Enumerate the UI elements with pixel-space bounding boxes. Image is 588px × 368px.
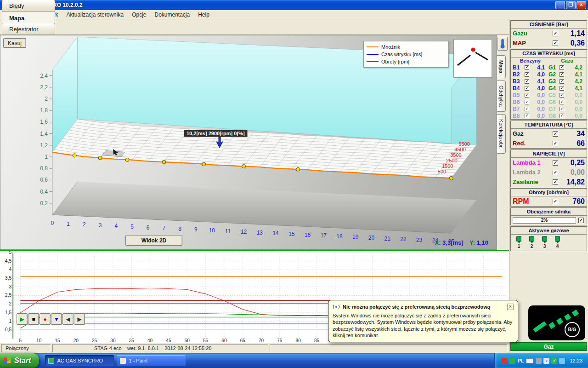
recorder-stop-button[interactable]: ■ — [28, 313, 39, 325]
benzyna-gaz-switch-button[interactable]: B/G — [565, 322, 580, 337]
pressure-map-checkbox[interactable]: ✓ — [553, 40, 558, 46]
task-label: AC GAS SYNCHRO — [57, 358, 103, 363]
gas-injector-label: G2 — [548, 71, 559, 78]
menu-help[interactable]: Help — [194, 11, 214, 19]
kasuj-button[interactable]: Kasuj — [3, 38, 26, 48]
petrol-injection-time: 0,0 — [530, 113, 545, 119]
injection-b4-checkbox[interactable]: ✓ — [525, 86, 529, 91]
injector-icon — [555, 236, 560, 242]
svg-text:8: 8 — [178, 226, 181, 232]
injection-g7-checkbox[interactable]: ✓ — [560, 107, 564, 111]
balloon-title: Nie można połączyć się z preferowaną sie… — [343, 304, 504, 310]
rpm-label: RPM — [513, 197, 552, 206]
wireless-notification-balloon[interactable]: Nie można połączyć się z preferowaną sie… — [328, 300, 518, 342]
widok-2d-button[interactable]: Widok 2D — [125, 235, 182, 246]
maximize-button[interactable]: ❐ — [566, 1, 576, 9]
svg-text:1,4: 1,4 — [40, 131, 48, 137]
mini-2d-preview — [453, 39, 492, 78]
injection-g5-checkbox[interactable]: ✓ — [560, 93, 564, 98]
injection-g6-checkbox[interactable]: ✓ — [560, 100, 564, 104]
balloon-close-icon[interactable]: × — [507, 304, 514, 310]
recorder-record-button[interactable]: ● — [40, 313, 51, 325]
voltage-row-zasilanie: Zasilanie✓14,82 — [511, 177, 587, 187]
injection-row-b2: B2✓4,0G2✓4,1 — [511, 71, 587, 78]
menu-dokumentacja[interactable]: Dokumentacja — [150, 11, 194, 19]
injection-b5-checkbox[interactable]: ✓ — [525, 93, 529, 98]
injection-g4-checkbox[interactable]: ✓ — [560, 86, 564, 91]
recorder-marker-button[interactable]: ▼ — [51, 313, 62, 325]
task-buttons: AC GAS SYNCHRO1 - Paint — [44, 355, 187, 366]
injection-title: CZAS WTRYSKU [ms] — [511, 50, 587, 58]
cell-cursor-icon — [113, 149, 120, 156]
status-spacer — [270, 344, 508, 352]
temperature-red-checkbox[interactable]: ✓ — [553, 141, 558, 146]
taskbar-task-ac-gas-synchro[interactable]: AC GAS SYNCHRO — [45, 355, 114, 366]
engine-load-checkbox[interactable]: ✓ — [578, 218, 584, 223]
injector-icon — [529, 236, 534, 242]
keyboard-icon[interactable] — [526, 358, 533, 363]
indicator-button[interactable] — [498, 37, 508, 51]
gas-injection-time: 0,0 — [565, 99, 582, 105]
tab-błędy[interactable]: Błędy — [2, 0, 55, 11]
voltage-panel: NAPIĘCIE [V] Lambda 1✓0,25Lambda 2✓0,00Z… — [510, 150, 587, 187]
injection-b3-checkbox[interactable]: ✓ — [525, 79, 529, 84]
svg-text:2: 2 — [9, 301, 11, 306]
injection-row-b8: B8✓0,0G8✓0,0 — [511, 112, 587, 119]
recorder-next-button[interactable]: ▶ — [74, 313, 85, 325]
injection-g2-checkbox[interactable]: ✓ — [560, 72, 564, 77]
svg-text:2,5: 2,5 — [5, 293, 11, 298]
gas-injection-time: 4,2 — [565, 78, 582, 85]
tab-mapa[interactable]: Mapa — [2, 11, 55, 23]
tab-rejestrator[interactable]: Rejestrator — [2, 23, 55, 34]
usb-device-icon[interactable] — [536, 358, 542, 364]
stag-green-tray-icon[interactable] — [509, 358, 515, 364]
menu-aktualizacja-sterownika[interactable]: Aktualizacja sterownika — [62, 11, 128, 19]
taskbar-task-1-paint[interactable]: 1 - Paint — [117, 355, 186, 366]
recorder-play-button[interactable]: ▶ — [17, 313, 28, 325]
svg-text:75: 75 — [277, 338, 283, 343]
voltage-value-lambda-2: 0,00 — [559, 168, 585, 177]
network-icon[interactable] — [559, 358, 565, 364]
svg-text:0: 0 — [51, 220, 54, 226]
temperature-label-red: Red. — [513, 140, 552, 147]
engine-load-title: Obciążenie silnika — [511, 208, 587, 216]
temperature-row-red: Red.✓66 — [511, 138, 587, 148]
side-tab-korekcja-obr[interactable]: Korekcja obr. — [497, 114, 506, 154]
mini-2d-chart — [454, 40, 492, 77]
svg-text:1,8: 1,8 — [40, 107, 48, 114]
taskbar: Start AC GAS SYNCHRO1 - Paint PL ♪✓ 12:2… — [0, 353, 588, 368]
gas-injection-time: 0,0 — [565, 106, 582, 112]
stag-red-tray-icon[interactable] — [501, 358, 507, 364]
start-button[interactable]: Start — [0, 353, 39, 368]
petrol-column-header: Benzyny — [512, 58, 549, 63]
svg-text:12: 12 — [241, 229, 247, 235]
injection-b7-checkbox[interactable]: ✓ — [525, 107, 529, 111]
menu-opcje[interactable]: Opcje — [128, 11, 150, 19]
volume-icon[interactable]: ♪ — [543, 358, 549, 364]
temperature-gaz-checkbox[interactable]: ✓ — [553, 131, 558, 137]
injection-b8-checkbox[interactable]: ✓ — [525, 114, 529, 118]
injection-g1-checkbox[interactable]: ✓ — [560, 65, 564, 70]
injection-g3-checkbox[interactable]: ✓ — [560, 79, 564, 84]
voltage-lambda-2-checkbox[interactable]: ✓ — [553, 170, 558, 175]
minimize-button[interactable]: _ — [555, 1, 565, 9]
close-button[interactable]: × — [577, 1, 586, 9]
side-tab-mapa[interactable]: Mapa — [497, 55, 506, 78]
pressure-gazu-checkbox[interactable]: ✓ — [553, 31, 558, 36]
svg-text:5: 5 — [19, 338, 22, 343]
antivirus-shield-icon[interactable]: ✓ — [551, 358, 557, 364]
side-tab-odchyłka[interactable]: Odchyłka — [497, 80, 506, 112]
injection-b2-checkbox[interactable]: ✓ — [525, 72, 529, 77]
language-indicator[interactable]: PL — [517, 358, 524, 363]
voltage-lambda-1-checkbox[interactable]: ✓ — [553, 160, 558, 166]
rpm-checkbox[interactable]: ✓ — [553, 199, 558, 204]
voltage-zasilanie-checkbox[interactable]: ✓ — [553, 179, 558, 185]
injection-b6-checkbox[interactable]: ✓ — [525, 100, 529, 104]
svg-text:15: 15 — [55, 338, 60, 343]
pressure-title: CIŚNIENIE [Bar] — [511, 21, 587, 29]
recorder-prev-button[interactable]: ◀ — [62, 313, 74, 325]
temperature-label-gaz: Gaz — [513, 130, 552, 137]
active-injector-4: 4 — [554, 236, 561, 249]
injection-g8-checkbox[interactable]: ✓ — [560, 114, 564, 118]
injection-b1-checkbox[interactable]: ✓ — [525, 65, 529, 70]
